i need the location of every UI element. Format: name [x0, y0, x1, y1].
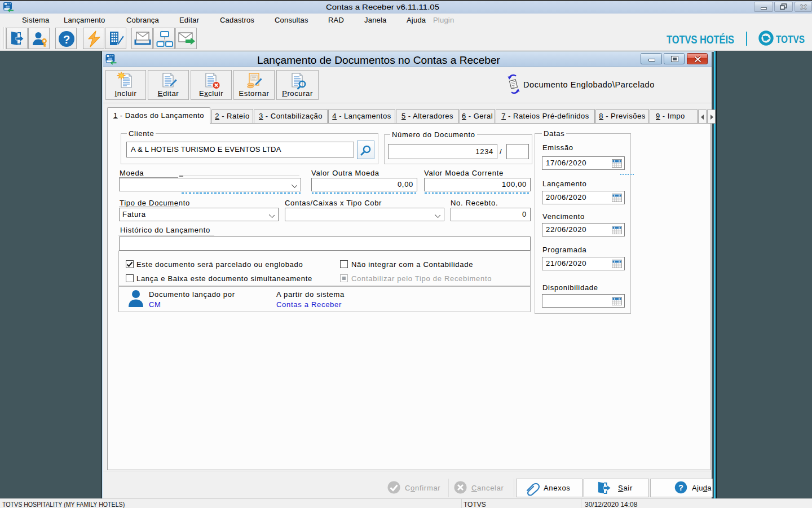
svg-text:TOTVS HOTÉIS: TOTVS HOTÉIS	[667, 33, 734, 46]
svg-text:TOTVS: TOTVS	[776, 33, 805, 45]
svg-text:Contas a Receber v6.11.11.05: Contas a Receber v6.11.11.05	[326, 3, 439, 11]
svg-text:?: ?	[678, 483, 683, 492]
svg-text:?: ?	[63, 33, 70, 46]
svg-text:Lançamento de Documentos no Co: Lançamento de Documentos no Contas a Rec…	[257, 55, 500, 66]
